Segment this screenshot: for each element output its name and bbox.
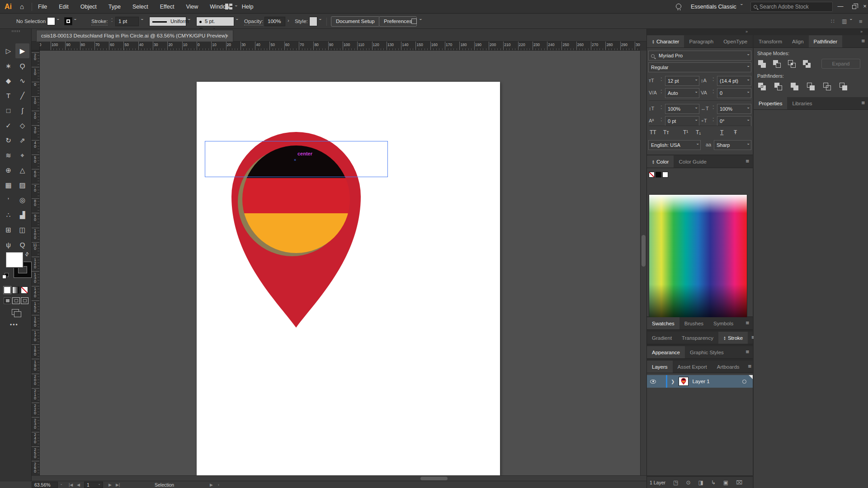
menu-select[interactable]: Select (132, 4, 148, 10)
panel-menu-icon[interactable]: ≡ (742, 317, 753, 329)
panel-menu-icon[interactable]: ≡ (858, 97, 868, 109)
horizontal-scroll-thumb[interactable] (420, 477, 448, 480)
kerning-chevron-icon[interactable]: ˇ (695, 89, 697, 98)
black-swatch[interactable] (656, 172, 661, 178)
arrange-chevron-icon[interactable]: ˇ (850, 19, 852, 24)
style-chevron-icon[interactable]: ˇ (319, 19, 321, 24)
layer-name[interactable]: Layer 1 (692, 379, 709, 384)
horizontal-scrollbar[interactable] (32, 475, 646, 481)
tab-align[interactable]: Align (787, 35, 809, 47)
vertical-ruler[interactable]: 2010010203040506070809010011012013014015… (32, 51, 40, 475)
layer-target-icon[interactable] (742, 380, 746, 384)
style-swatch[interactable] (309, 17, 317, 26)
swap-fill-stroke-icon[interactable]: ⇄ (24, 251, 31, 258)
tracking-stepper[interactable]: ˆˇ (711, 90, 716, 95)
color-button[interactable] (4, 286, 11, 294)
ruler-origin-corner[interactable] (32, 42, 40, 51)
lasso-tool[interactable]: Ϙ (15, 58, 29, 73)
status-collapse-icon[interactable]: ‹ (218, 482, 219, 488)
stroke-swatch-chevron-icon[interactable]: ˇ (74, 19, 76, 24)
magic-wand-tool[interactable]: ∗ (1, 58, 15, 73)
fill-color-proxy[interactable] (6, 252, 23, 267)
opacity-expand-icon[interactable]: › (288, 18, 289, 23)
workspace-chevron-icon[interactable]: ˇ (741, 5, 742, 9)
draw-inside-mode[interactable] (21, 297, 28, 304)
text-annotation[interactable]: center (297, 151, 312, 156)
tab-character[interactable]: ▲▼Character (647, 35, 684, 47)
stroke-weight-chevron-icon[interactable]: ˇ (141, 19, 143, 24)
eraser-tool[interactable]: ◇ (15, 118, 29, 133)
fill-chevron-icon[interactable]: ˇ (57, 19, 59, 24)
width-tool[interactable]: ≋ (1, 148, 15, 163)
selection-bounding-box[interactable] (205, 141, 388, 177)
status-play-icon[interactable]: ▶ (210, 482, 213, 488)
touch-workspace-icon[interactable]: ∷ (831, 18, 835, 24)
edit-toolbar-icon[interactable]: ••• (10, 322, 19, 328)
font-style-field[interactable]: Regularˇ (648, 62, 751, 72)
kerning-stepper[interactable]: ˆˇ (659, 90, 664, 95)
line-segment-tool[interactable]: ╱ (15, 88, 29, 103)
menu-edit[interactable]: Edit (59, 4, 69, 10)
crop-button[interactable] (805, 81, 816, 91)
first-artboard-icon[interactable]: |◀ (69, 482, 73, 488)
pen-tool[interactable]: ◆ (1, 73, 15, 88)
adobe-stock-search[interactable] (750, 2, 833, 12)
prev-artboard-icon[interactable]: ◀ (77, 482, 80, 488)
minus-front-button[interactable] (771, 59, 782, 69)
leading-field[interactable]: (14.4 pt)ˇ (717, 76, 751, 86)
tab-stroke[interactable]: ▲▼Stroke (718, 332, 748, 344)
delete-layer-icon[interactable]: ⌧ (736, 479, 742, 486)
perspective-grid-tool[interactable]: △ (15, 163, 29, 178)
tab-swatches[interactable]: Swatches (647, 317, 679, 329)
document-tab[interactable]: csis18-00013 Deutschland Flag in Pin Cir… (36, 30, 233, 42)
tracking-field[interactable]: 0ˇ (717, 88, 751, 98)
tab-libraries[interactable]: Libraries (787, 97, 817, 109)
tab-layers[interactable]: Layers (647, 361, 673, 373)
shape-builder-tool[interactable]: ⊕ (1, 163, 15, 178)
tab-properties[interactable]: Properties (754, 97, 787, 109)
artboard-chevron-icon[interactable]: ˇ (99, 483, 100, 488)
zoom-level-field[interactable]: 63.56% (32, 482, 58, 488)
direct-selection-tool[interactable]: ▷ (1, 43, 15, 58)
close-button[interactable]: × (862, 0, 868, 13)
canvas[interactable]: center × (40, 51, 640, 475)
menu-type[interactable]: Type (108, 4, 121, 10)
blend-tool[interactable]: ◎ (15, 192, 29, 207)
baseline-shift-chevron-icon[interactable]: ˇ (695, 117, 697, 126)
tab-paragraph[interactable]: Paragraph (684, 35, 718, 47)
default-fill-stroke-icon[interactable] (2, 273, 9, 279)
horizontal-scale-field[interactable]: 100%ˇ (717, 104, 751, 114)
vertical-scrollbar[interactable] (640, 51, 646, 475)
toolbar-grip[interactable] (12, 30, 20, 32)
font-size-chevron-icon[interactable]: ˇ (695, 77, 697, 86)
slice-tool[interactable]: ◫ (15, 222, 29, 237)
stroke-stepper[interactable]: ˆˇ (109, 19, 114, 24)
horizontal-scale-stepper[interactable]: ˆˇ (711, 106, 716, 111)
menu-view[interactable]: View (186, 4, 198, 10)
minimize-button[interactable]: — (835, 0, 846, 13)
hand-tool[interactable]: ψ (1, 237, 15, 252)
stroke-weight-field[interactable]: 1 pt (115, 17, 139, 26)
width-profile-chevron-icon[interactable]: ˇ (188, 19, 190, 24)
stroke-swatch[interactable] (64, 17, 72, 25)
kerning-field[interactable]: Autoˇ (665, 88, 699, 98)
case-button-5[interactable]: Ŧ (734, 129, 737, 136)
search-input[interactable] (760, 4, 823, 10)
opacity-field[interactable]: 100% (264, 17, 285, 26)
brush-definition[interactable]: 5 pt. Round (196, 17, 234, 26)
column-graph-tool[interactable]: ▟ (15, 207, 29, 222)
artboard-tool[interactable]: ⊞ (1, 222, 15, 237)
zoom-tool[interactable]: Q (15, 237, 29, 252)
tab-artboards[interactable]: Artboards (712, 361, 745, 373)
zoom-chevron-icon[interactable]: ˇ (61, 483, 62, 488)
baseline-shift-field[interactable]: 0 ptˇ (665, 116, 699, 126)
tab-color[interactable]: ▲▼Color (647, 155, 674, 168)
case-button-2[interactable]: T¹ (683, 129, 688, 136)
tab-asset-export[interactable]: Asset Export (673, 361, 712, 373)
tab-opentype[interactable]: OpenType (718, 35, 752, 47)
shaper-tool[interactable]: ✓ (1, 118, 15, 133)
trim-button[interactable] (773, 81, 783, 91)
panel-menu-icon[interactable]: ≡ (742, 155, 753, 168)
vertical-scroll-thumb[interactable] (642, 235, 646, 267)
exclude-button[interactable] (801, 59, 812, 69)
